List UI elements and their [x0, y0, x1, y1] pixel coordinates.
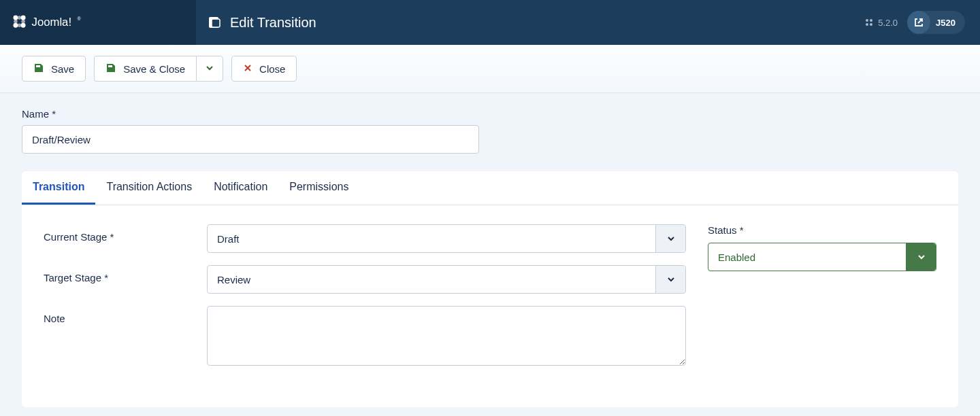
svg-point-2: [13, 23, 18, 28]
svg-text:Joomla!: Joomla!: [32, 16, 71, 29]
close-label: Close: [259, 63, 285, 75]
external-link-icon: [907, 11, 930, 34]
tab-transition-actions[interactable]: Transition Actions: [95, 171, 203, 205]
svg-rect-7: [212, 19, 220, 27]
tab-transition[interactable]: Transition: [22, 171, 95, 205]
topbar: Joomla! ® Edit Transition 5.2.0 J520: [0, 0, 980, 45]
save-icon: [33, 63, 44, 75]
save-label: Save: [51, 63, 74, 75]
save-button[interactable]: Save: [22, 56, 86, 82]
svg-point-11: [870, 23, 872, 26]
svg-text:®: ®: [77, 16, 80, 21]
save-close-button[interactable]: Save & Close: [94, 56, 196, 82]
save-dropdown-toggle[interactable]: [196, 56, 223, 82]
transition-icon: [208, 16, 222, 29]
tabs: Transition Transition Actions Notificati…: [22, 171, 958, 205]
brand[interactable]: Joomla! ®: [0, 0, 196, 45]
svg-point-8: [866, 19, 868, 22]
open-site-button[interactable]: J520: [907, 11, 965, 34]
joomla-logo-icon: Joomla! ®: [11, 13, 120, 32]
target-stage-label: Target Stage: [44, 265, 207, 283]
close-icon: [243, 63, 252, 75]
status-select[interactable]: Enabled: [708, 243, 936, 271]
status-value: Enabled: [708, 243, 906, 271]
topbar-right: 5.2.0 J520: [864, 11, 980, 34]
save-close-group: Save & Close: [94, 56, 223, 82]
svg-point-1: [21, 16, 26, 20]
svg-point-10: [866, 23, 868, 26]
chevron-down-icon: [906, 243, 936, 271]
current-stage-label: Current Stage: [44, 224, 207, 243]
svg-point-3: [21, 23, 26, 28]
name-label: Name: [22, 108, 958, 120]
save-close-label: Save & Close: [123, 63, 185, 75]
tab-notification[interactable]: Notification: [203, 171, 278, 205]
note-label: Note: [44, 306, 207, 324]
chevron-down-icon: [655, 225, 685, 252]
chevron-down-icon: [205, 63, 214, 75]
page-body: Name Transition Transition Actions Notif…: [0, 93, 980, 416]
name-input[interactable]: [22, 125, 479, 154]
close-button[interactable]: Close: [231, 56, 297, 82]
tab-panel: Current Stage Draft Target Stage Review: [22, 205, 958, 407]
site-label: J520: [930, 18, 962, 28]
page-title-area: Edit Transition: [196, 15, 864, 31]
joomla-mini-icon: [864, 18, 874, 27]
status-label: Status: [708, 224, 936, 236]
version-text: 5.2.0: [878, 18, 898, 28]
current-stage-select[interactable]: Draft: [207, 224, 686, 253]
target-stage-select[interactable]: Review: [207, 265, 686, 294]
target-stage-value: Review: [208, 266, 655, 293]
save-icon: [105, 63, 116, 75]
note-textarea[interactable]: [207, 306, 686, 366]
svg-point-9: [870, 19, 872, 22]
page-title: Edit Transition: [230, 15, 316, 31]
svg-point-0: [13, 16, 18, 20]
chevron-down-icon: [655, 266, 685, 293]
toolbar: Save Save & Close Close: [0, 45, 980, 93]
tab-permissions[interactable]: Permissions: [278, 171, 359, 205]
current-stage-value: Draft: [208, 225, 655, 252]
version-indicator[interactable]: 5.2.0: [864, 18, 898, 28]
